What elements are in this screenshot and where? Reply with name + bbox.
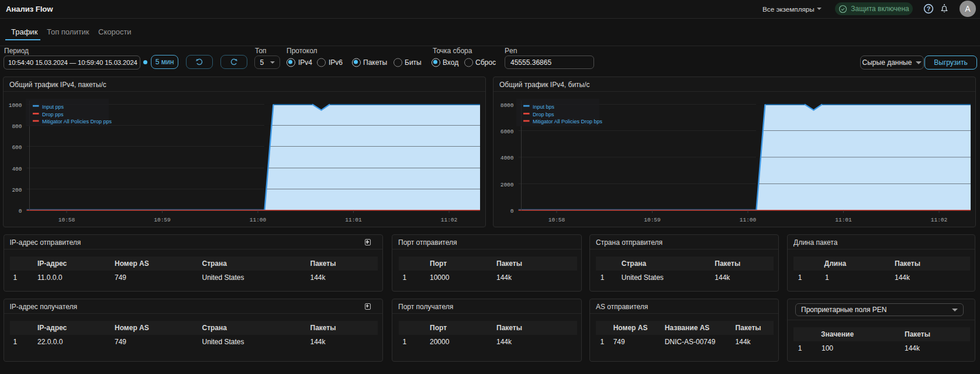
svg-text:0: 0 bbox=[19, 208, 22, 214]
svg-text:?: ? bbox=[927, 5, 931, 12]
svg-text:8000: 8000 bbox=[501, 102, 514, 109]
svg-text:10:59: 10:59 bbox=[154, 217, 171, 223]
svg-text:10:59: 10:59 bbox=[644, 217, 661, 223]
svg-text:11:01: 11:01 bbox=[835, 217, 852, 223]
svg-text:2000: 2000 bbox=[501, 182, 514, 188]
svg-text:11:02: 11:02 bbox=[931, 217, 948, 223]
svg-text:1000: 1000 bbox=[9, 102, 22, 109]
svg-text:200: 200 bbox=[12, 187, 22, 193]
svg-text:11:02: 11:02 bbox=[441, 217, 458, 223]
svg-text:Drop pps: Drop pps bbox=[42, 112, 64, 117]
svg-text:Mitigator All Policies Drop pp: Mitigator All Policies Drop pps bbox=[42, 119, 112, 124]
svg-text:800: 800 bbox=[12, 123, 22, 130]
svg-text:600: 600 bbox=[12, 144, 22, 151]
svg-text:10:58: 10:58 bbox=[58, 217, 75, 223]
svg-text:4000: 4000 bbox=[501, 155, 514, 161]
svg-text:400: 400 bbox=[12, 166, 22, 172]
svg-text:Input pps: Input pps bbox=[42, 104, 64, 110]
svg-text:Mitigator All Policies Drop bp: Mitigator All Policies Drop bps bbox=[533, 119, 603, 124]
svg-text:0: 0 bbox=[510, 208, 514, 214]
svg-text:11:00: 11:00 bbox=[250, 217, 267, 223]
svg-text:11:00: 11:00 bbox=[740, 217, 757, 223]
svg-text:6000: 6000 bbox=[501, 129, 514, 135]
svg-text:Drop bps: Drop bps bbox=[533, 112, 554, 117]
svg-text:11:01: 11:01 bbox=[345, 217, 362, 223]
svg-text:10:58: 10:58 bbox=[548, 217, 565, 223]
svg-text:Input bps: Input bps bbox=[533, 104, 555, 110]
